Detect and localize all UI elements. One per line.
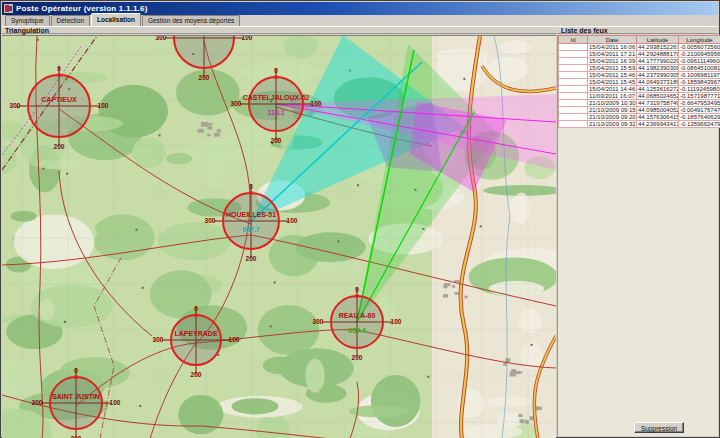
svg-text:100: 100 (391, 318, 402, 325)
fire-date: 15/04/2011 15:59:35 (588, 65, 637, 72)
svg-text:200: 200 (54, 143, 65, 150)
delete-fire-button[interactable]: Suppression (634, 422, 684, 433)
fire-latitude: 44.2373990305 (637, 72, 679, 79)
fire-latitude: 44.1982390309 (637, 65, 679, 72)
fire-id (559, 93, 588, 100)
column-header-id[interactable]: Id (559, 36, 588, 44)
fire-table-row[interactable]: 15/04/2011 14:46:0744.1253616272-0.11192… (559, 86, 720, 93)
fire-latitude: 44.0985004052 (637, 107, 679, 114)
svg-text:300: 300 (156, 36, 167, 41)
fire-longitude: -0.0864510081597 (679, 65, 720, 72)
fire-table-row[interactable]: 15/04/2011 16:06:0544.2938152267-0.00560… (559, 44, 720, 51)
fire-longitude: -0.1359662479195 (679, 121, 720, 128)
fire-table-row[interactable]: 21/10/2009 09:32:0244.2369943417-0.13596… (559, 121, 720, 128)
fire-table-row[interactable]: 15/04/2011 15:46:0544.2373990305-0.10069… (559, 72, 720, 79)
triangulation-map[interactable]: 0100200300SAUMEJAN0100200300CAPTIEUX0100… (2, 35, 556, 438)
app-window: Poste Opérateur (version 1.1.1.6) Synopt… (0, 0, 720, 438)
fire-date: 15/04/2011 17:21:07 (588, 51, 637, 58)
svg-text:200: 200 (352, 354, 363, 361)
fire-list-panel: IdDateLatitudeLongitude 15/04/2011 16:06… (557, 35, 718, 436)
svg-text:118.2: 118.2 (267, 109, 284, 116)
svg-text:057.7: 057.7 (242, 226, 260, 233)
tab-synoptique[interactable]: Synoptique (5, 15, 50, 26)
window-title: Poste Opérateur (version 1.1.1.6) (16, 4, 148, 13)
fire-longitude: -0.1859843967499 (679, 79, 720, 86)
fire-table-row[interactable]: 15/04/2011 15:45:5144.0649373189-0.18598… (559, 79, 720, 86)
svg-text:LAPEYRADE: LAPEYRADE (174, 330, 218, 337)
svg-text:100: 100 (98, 102, 109, 109)
fire-table-row[interactable]: 11/03/2011 16:07:3344.0685024652-0.15719… (559, 93, 720, 100)
fire-id (559, 107, 588, 114)
fire-latitude: 44.0685024652 (637, 93, 679, 100)
fire-id (559, 51, 588, 58)
tab-bar: SynoptiqueDétectionLocalisationGestion d… (2, 15, 718, 26)
svg-text:300: 300 (231, 100, 242, 107)
fire-table-row[interactable]: 21/10/2009 09:20:2444.1576306415-0.18576… (559, 114, 720, 121)
fire-latitude: 44.2938152267 (637, 44, 679, 51)
svg-text:CAPTIEUX: CAPTIEUX (41, 96, 77, 103)
fire-table-header: IdDateLatitudeLongitude (559, 36, 720, 44)
fire-table-row[interactable]: 15/04/2011 15:59:3544.1982390309-0.08645… (559, 65, 720, 72)
tab-gestion-des-moyens-d-port-s[interactable]: Gestion des moyens déportés (142, 15, 240, 26)
fire-id (559, 79, 588, 86)
svg-text:0: 0 (57, 65, 61, 72)
fire-longitude: -0.0049176747600 (679, 107, 720, 114)
fire-list-panel-title: Liste des feux (558, 26, 718, 34)
fire-latitude: 44.1777990229 (637, 58, 679, 65)
svg-text:300: 300 (32, 399, 43, 406)
fire-date: 21/10/2009 09:20:24 (588, 114, 637, 121)
fire-longitude: -0.0056072560859 (679, 44, 720, 51)
svg-text:059.4: 059.4 (348, 327, 366, 334)
fire-date: 15/04/2011 15:45:51 (588, 79, 637, 86)
fire-table-row[interactable]: 21/10/2009 09:15:0944.0985004052-0.00491… (559, 107, 720, 114)
fire-longitude: -0.2100945956016 (679, 51, 720, 58)
triangulation-panel-title: Triangulation (2, 26, 557, 34)
panel-title-row: Triangulation Liste des feux (2, 26, 718, 34)
svg-text:200: 200 (246, 255, 257, 262)
fire-date: 15/04/2011 16:39:45 (588, 58, 637, 65)
fire-longitude: -0.1857640629673 (679, 114, 720, 121)
fire-id (559, 114, 588, 121)
map-canvas[interactable]: 0100200300SAUMEJAN0100200300CAPTIEUX0100… (2, 36, 556, 438)
fire-id (559, 65, 588, 72)
column-header-date[interactable]: Date (588, 36, 637, 44)
svg-text:300: 300 (153, 336, 164, 343)
svg-text:0: 0 (194, 305, 198, 312)
svg-text:REAU A-60: REAU A-60 (339, 312, 376, 319)
svg-text:100: 100 (229, 336, 240, 343)
svg-text:SAINT JUSTIN: SAINT JUSTIN (52, 393, 100, 400)
fire-table-row[interactable]: 21/10/2009 10:30:3944.7319758749-0.66479… (559, 100, 720, 107)
fire-id (559, 58, 588, 65)
svg-text:200: 200 (199, 74, 210, 81)
svg-text:100: 100 (311, 100, 322, 107)
svg-text:CASTELJALOUX-52: CASTELJALOUX-52 (243, 94, 310, 101)
fire-longitude: -0.1571987771170 (679, 93, 720, 100)
fire-date: 15/04/2011 14:46:07 (588, 86, 637, 93)
fire-latitude: 44.1253616272 (637, 86, 679, 93)
fire-latitude: 44.2369943417 (637, 121, 679, 128)
svg-text:200: 200 (191, 371, 202, 378)
fire-id (559, 121, 588, 128)
fire-date: 11/03/2011 16:07:33 (588, 93, 637, 100)
svg-text:100: 100 (242, 36, 253, 41)
fire-date: 15/04/2011 16:06:05 (588, 44, 637, 51)
tab-d-tection[interactable]: Détection (51, 15, 90, 26)
fire-latitude: 44.7319758749 (637, 100, 679, 107)
fire-id (559, 100, 588, 107)
fire-table-row[interactable]: 15/04/2011 17:21:0744.2924888179-0.21009… (559, 51, 720, 58)
column-header-longitude[interactable]: Longitude (679, 36, 720, 44)
fire-longitude: -0.0961114960809 (679, 58, 720, 65)
svg-text:300: 300 (205, 217, 216, 224)
fire-latitude: 44.0649373189 (637, 79, 679, 86)
svg-text:300: 300 (10, 102, 21, 109)
svg-text:100: 100 (110, 399, 121, 406)
tab-localisation[interactable]: Localisation (91, 13, 141, 26)
column-header-latitude[interactable]: Latitude (637, 36, 679, 44)
svg-text:300: 300 (313, 318, 324, 325)
svg-text:200: 200 (271, 137, 282, 144)
fire-date: 21/10/2009 09:32:02 (588, 121, 637, 128)
app-icon (4, 4, 13, 13)
fire-longitude: -0.1006981197967 (679, 72, 720, 79)
fire-table-row[interactable]: 15/04/2011 16:39:4544.1777990229-0.09611… (559, 58, 720, 65)
fire-date: 15/04/2011 15:46:05 (588, 72, 637, 79)
